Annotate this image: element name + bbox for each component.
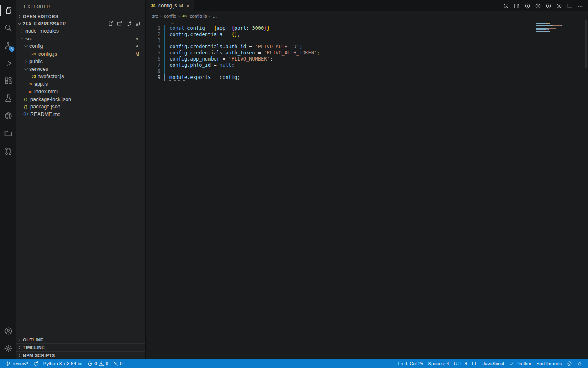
- minimap[interactable]: [536, 22, 583, 34]
- line-number[interactable]: 2: [146, 31, 160, 38]
- code-line-3[interactable]: 3: [146, 38, 588, 44]
- tree-item-config[interactable]: config: [16, 43, 145, 50]
- activitybar-project-manager[interactable]: [0, 125, 16, 142]
- views-more-actions-icon[interactable]: ⋯: [134, 3, 140, 10]
- activitybar-testing[interactable]: [0, 90, 16, 107]
- status-language-mode[interactable]: JavaScript: [480, 359, 507, 368]
- code-line-1[interactable]: 1const config = {app: {port: 3000}}: [146, 25, 588, 31]
- activitybar-accounts[interactable]: [0, 322, 16, 340]
- chevron-down-icon[interactable]: [23, 67, 29, 72]
- line-number[interactable]: 1: [146, 25, 160, 31]
- code-line-7[interactable]: 7config.phlo_id = null;: [146, 62, 588, 68]
- section-header-outline[interactable]: OUTLINE: [16, 336, 145, 343]
- code-line-6[interactable]: 6config.app_number = 'PLIVO_NUMBER';: [146, 56, 588, 62]
- split-editor-icon[interactable]: [567, 3, 573, 9]
- tree-item-index-html[interactable]: <>index.html: [16, 88, 145, 96]
- line-number[interactable]: 4: [146, 44, 160, 50]
- play-circle-icon[interactable]: [556, 3, 562, 9]
- git-modified-dot: [136, 45, 138, 47]
- tree-item-src[interactable]: src: [16, 35, 145, 43]
- tree-item-twofactor-js[interactable]: JStwofactor.js: [16, 73, 145, 81]
- open-editors-header[interactable]: OPEN EDITORS: [16, 13, 145, 20]
- more-actions-icon[interactable]: ⋯: [577, 3, 583, 9]
- status-feedback[interactable]: [564, 359, 575, 368]
- status-git-branch[interactable]: review*: [3, 359, 31, 368]
- status-cursor-position[interactable]: Ln 9, Col 25: [395, 359, 425, 368]
- line-number[interactable]: 5: [146, 50, 160, 56]
- tree-item-package-lock-json[interactable]: {}package-lock.json: [16, 96, 145, 103]
- activitybar-search[interactable]: [0, 19, 16, 37]
- circle-dot-icon[interactable]: [546, 3, 552, 9]
- open-changes-icon[interactable]: [514, 3, 520, 9]
- breadcrumb-item--[interactable]: …: [212, 13, 217, 18]
- status-background-status[interactable]: 0: [111, 359, 125, 368]
- status-python-interpreter[interactable]: Python 3.7.3 64-bit: [41, 359, 85, 368]
- line-number[interactable]: 6: [146, 56, 160, 62]
- workspace-header[interactable]: 2FA_EXPRESSAPP: [16, 20, 145, 27]
- activitybar-source-control[interactable]: [0, 37, 16, 54]
- tree-item-readme-md[interactable]: ⓘREADME.md: [16, 111, 145, 119]
- breadcrumb-item-config[interactable]: config: [164, 13, 176, 18]
- code-line-4[interactable]: 4config.credentials.auth_id = 'PLIVO_AUT…: [146, 44, 588, 50]
- tree-item-node-modules[interactable]: node_modules: [16, 27, 145, 35]
- code-line-5[interactable]: 5config.credentials.auth_token = 'PLIVO_…: [146, 50, 588, 56]
- activitybar-pull-requests[interactable]: [0, 142, 16, 160]
- activitybar-extensions[interactable]: [0, 72, 16, 90]
- scrollbar-thumb[interactable]: [585, 20, 587, 68]
- breadcrumb-item-config-js[interactable]: JSconfig.js: [182, 13, 207, 18]
- new-folder-icon[interactable]: [117, 21, 122, 27]
- search-icon: [4, 24, 13, 32]
- js-file-icon: JS: [182, 14, 187, 18]
- chevron-down-icon[interactable]: [19, 36, 25, 41]
- activitybar-explorer[interactable]: [0, 2, 16, 19]
- code-line-8[interactable]: 8: [146, 68, 588, 74]
- minimap-modified-marker: [536, 34, 583, 34]
- tree-item-config-js[interactable]: JSconfig.jsM: [16, 50, 145, 58]
- tab-label: config.js: [158, 3, 177, 9]
- code-editor[interactable]: … 1const config = {app: {port: 3000}}2co…: [146, 20, 588, 359]
- section-header-npm-scripts[interactable]: NPM SCRIPTS: [16, 351, 145, 359]
- tree-item-app-js[interactable]: JSapp.js: [16, 81, 145, 88]
- branch-icon: [6, 361, 11, 366]
- activitybar-remote-explorer[interactable]: [0, 107, 16, 125]
- tab-config-js[interactable]: JS config.js M ×: [146, 0, 194, 11]
- status-sort-imports[interactable]: Sort Imports: [534, 359, 564, 368]
- code-line-9[interactable]: 9module.exports = config;: [146, 74, 588, 81]
- status-formatter[interactable]: Prettier: [507, 359, 534, 368]
- git-modified-badge: M: [136, 52, 139, 56]
- refresh-icon[interactable]: [126, 21, 131, 27]
- chevron-right-icon[interactable]: [19, 29, 25, 34]
- status-git-sync[interactable]: [31, 359, 41, 368]
- line-number[interactable]: 8: [146, 68, 160, 74]
- sync-clock-badge: [9, 46, 15, 52]
- line-number[interactable]: 3: [146, 38, 160, 44]
- line-number[interactable]: 9: [146, 74, 160, 81]
- tree-item-public[interactable]: public: [16, 58, 145, 65]
- activitybar-run-debug[interactable]: [0, 54, 16, 72]
- fold-hint[interactable]: …: [146, 20, 174, 25]
- new-file-icon[interactable]: [108, 21, 114, 27]
- check-icon: [509, 361, 514, 366]
- breadcrumb-item-src[interactable]: src: [152, 13, 158, 18]
- status-problems[interactable]: 00: [85, 359, 111, 368]
- circle-right-icon[interactable]: [535, 3, 541, 9]
- history-icon[interactable]: [503, 3, 509, 9]
- chevron-down-icon[interactable]: [23, 44, 29, 49]
- status-eol[interactable]: LF: [470, 359, 480, 368]
- status-encoding[interactable]: UTF-8: [452, 359, 470, 368]
- extensions-icon: [4, 76, 13, 85]
- status-indentation[interactable]: Spaces: 4: [425, 359, 451, 368]
- status-notifications[interactable]: [575, 359, 585, 368]
- code-line-2[interactable]: 2config.credentials = {};: [146, 31, 588, 38]
- js-file-icon: JS: [31, 74, 37, 79]
- tree-item-package-json[interactable]: {}package.json: [16, 103, 145, 111]
- collapse-all-icon[interactable]: [135, 21, 140, 27]
- chevron-right-icon[interactable]: [23, 59, 29, 64]
- editor-scrollbar[interactable]: [584, 20, 588, 359]
- activitybar-settings[interactable]: [0, 340, 16, 357]
- circle-left-icon[interactable]: [524, 3, 530, 9]
- line-number[interactable]: 7: [146, 62, 160, 68]
- tab-close-icon[interactable]: ×: [186, 3, 189, 9]
- section-header-timeline[interactable]: TIMELINE: [16, 343, 145, 351]
- tree-item-services[interactable]: services: [16, 65, 145, 73]
